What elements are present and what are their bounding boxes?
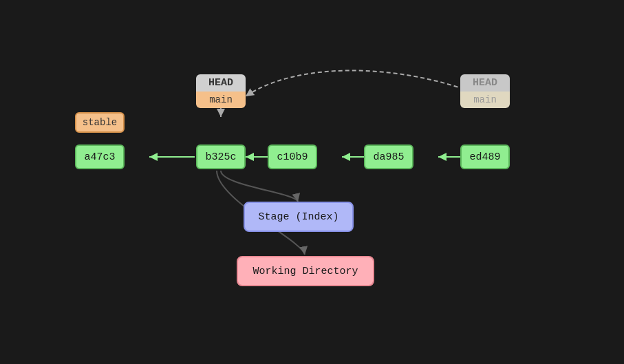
- head-active-box: HEAD main: [196, 74, 246, 108]
- head-inactive-label: HEAD: [460, 74, 510, 92]
- commit-b325c: b325c: [196, 144, 246, 169]
- commit-ed489: ed489: [460, 144, 510, 169]
- head-active-branch: main: [196, 92, 246, 108]
- stable-label: stable: [75, 112, 125, 133]
- head-inactive-box: HEAD main: [460, 74, 510, 108]
- stage-index-box: Stage (Index): [244, 202, 354, 232]
- git-diagram: HEAD main HEAD main stable a47c3 b325c c…: [0, 0, 624, 364]
- commit-a47c3: a47c3: [75, 144, 125, 169]
- head-active-label: HEAD: [196, 74, 246, 92]
- head-inactive-branch: main: [460, 92, 510, 108]
- commit-da985: da985: [364, 144, 413, 169]
- commit-c10b9: c10b9: [268, 144, 317, 169]
- working-directory-box: Working Directory: [237, 256, 374, 286]
